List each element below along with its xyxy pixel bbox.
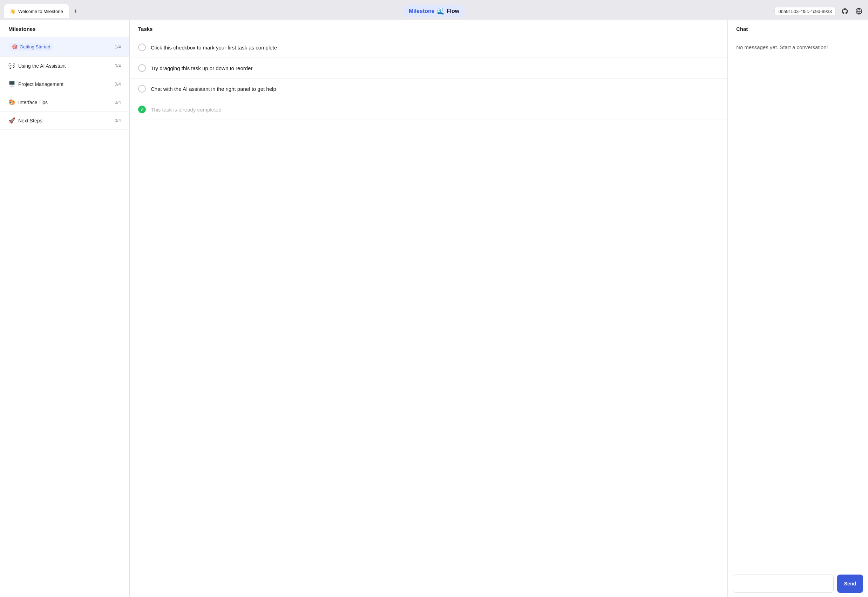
app-logo-icon: 🌊: [437, 7, 444, 15]
milestones-list: 🎯 Getting Started 1/4 💬 Using the AI Ass…: [0, 37, 129, 130]
main-content: Milestones 🎯 Getting Started 1/4 💬 Using…: [0, 20, 868, 597]
milestones-panel: Milestones 🎯 Getting Started 1/4 💬 Using…: [0, 20, 130, 597]
milestone-emoji-4: 🚀: [9, 117, 15, 124]
app-title-milestone: Milestone: [409, 8, 435, 14]
milestone-item-project-management[interactable]: 🖥️ Project Management 0/4: [0, 75, 129, 93]
task-checkbox-2[interactable]: [138, 85, 146, 93]
task-item-3: ✓ This task is already completed: [130, 99, 727, 120]
app-title: Milestone 🌊 Flow: [403, 5, 465, 17]
github-icon: [841, 8, 848, 15]
milestone-item-getting-started[interactable]: 🎯 Getting Started 1/4: [0, 37, 129, 57]
task-item-1: Try dragging this task up or down to reo…: [130, 58, 727, 79]
header-center: Milestone 🌊 Flow: [403, 5, 465, 17]
milestone-count-2: 0/4: [115, 82, 121, 87]
app-title-flow: Flow: [447, 8, 459, 14]
milestone-emoji-1: 💬: [9, 62, 15, 69]
chat-empty-message: No messages yet. Start a conversation!: [736, 44, 828, 50]
github-button[interactable]: [840, 6, 850, 16]
milestone-count-3: 0/4: [115, 100, 121, 105]
globe-button[interactable]: [854, 6, 864, 16]
tab-label: Welcome to Milestone: [18, 9, 63, 14]
task-checkbox-1[interactable]: [138, 64, 146, 72]
chat-messages: No messages yet. Start a conversation!: [728, 37, 868, 570]
milestone-item-interface-tips[interactable]: 🎨 Interface Tips 0/4: [0, 93, 129, 111]
chat-panel: Chat No messages yet. Start a conversati…: [728, 20, 868, 597]
milestone-emoji-3: 🎨: [9, 99, 15, 105]
milestone-emoji-2: 🖥️: [9, 81, 15, 87]
task-checkbox-3[interactable]: ✓: [138, 105, 146, 113]
milestone-label-0: Getting Started: [20, 44, 50, 49]
milestones-header: Milestones: [0, 20, 129, 37]
add-tab-button[interactable]: +: [71, 6, 81, 16]
chat-header: Chat: [728, 20, 868, 37]
task-text-3: This task is already completed: [151, 107, 222, 113]
tasks-panel: Tasks Click this checkbox to mark your f…: [130, 20, 728, 597]
milestone-count-4: 0/4: [115, 118, 121, 123]
chat-input[interactable]: [733, 575, 834, 593]
milestone-label-3: Interface Tips: [18, 100, 48, 105]
tab-bar: 👋 Welcome to Milestone + Milestone 🌊 Flo…: [0, 0, 868, 20]
task-checkbox-0[interactable]: [138, 43, 146, 51]
task-text-2: Chat with the AI assistant in the right …: [151, 86, 276, 92]
active-tab[interactable]: 👋 Welcome to Milestone: [4, 4, 69, 18]
chat-input-area: Send: [728, 570, 868, 597]
session-id: 0ba91503-4f5c-4c9d-9933: [775, 7, 836, 16]
milestone-label-2: Project Management: [18, 82, 64, 87]
globe-icon: [855, 8, 862, 15]
tasks-header: Tasks: [130, 20, 727, 37]
checkmark-icon: ✓: [140, 107, 144, 112]
tab-icon: 👋: [10, 9, 15, 14]
milestone-label-1: Using the AI Assistant: [18, 63, 65, 69]
send-button[interactable]: Send: [837, 575, 863, 593]
milestone-item-next-steps[interactable]: 🚀 Next Steps 0/4: [0, 111, 129, 130]
header-right: 0ba91503-4f5c-4c9d-9933: [775, 6, 864, 16]
task-text-1: Try dragging this task up or down to reo…: [151, 65, 252, 71]
milestone-count-0: 1/4: [115, 44, 121, 49]
milestone-count-1: 0/4: [115, 63, 121, 68]
milestone-item-ai-assistant[interactable]: 💬 Using the AI Assistant 0/4: [0, 57, 129, 75]
milestone-badge-getting-started: 🎯 Getting Started: [9, 43, 53, 51]
milestone-emoji-0: 🎯: [12, 44, 18, 49]
milestone-label-4: Next Steps: [18, 118, 42, 123]
task-text-0: Click this checkbox to mark your first t…: [151, 45, 277, 50]
task-item-2: Chat with the AI assistant in the right …: [130, 79, 727, 99]
task-item-0: Click this checkbox to mark your first t…: [130, 37, 727, 58]
